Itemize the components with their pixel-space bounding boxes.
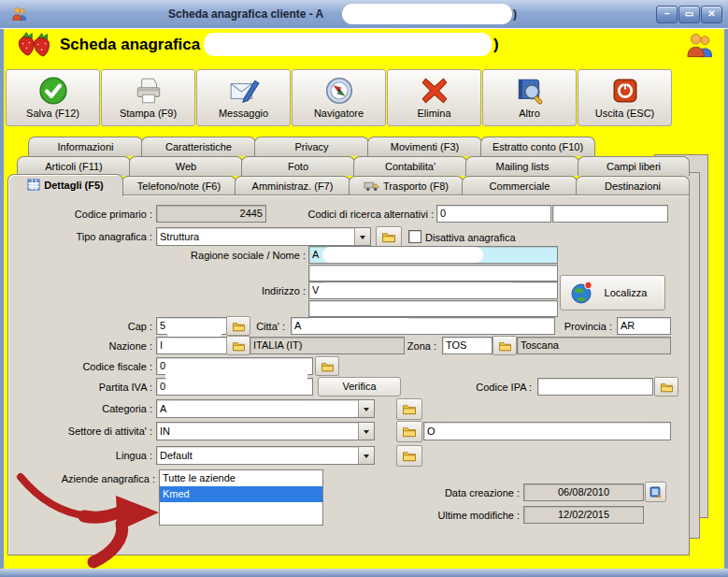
verifica-button[interactable]: Verifica: [318, 377, 401, 397]
redaction-blob: [322, 247, 483, 263]
codice-fiscale-folder-button[interactable]: [315, 356, 339, 376]
printer-icon: [133, 75, 164, 107]
tab-dettagli[interactable]: Dettagli (F5): [7, 174, 123, 196]
data-creazione-calendar-button[interactable]: [645, 482, 666, 502]
close-button[interactable]: ✕: [701, 6, 722, 23]
save-check-icon: [37, 75, 69, 107]
codice-ipa-folder-button[interactable]: [654, 377, 678, 397]
zona-field[interactable]: TOS: [442, 337, 492, 354]
codice-primario-label: Codice primario :: [7, 209, 152, 220]
tipo-anagrafica-folder-button[interactable]: [376, 226, 402, 248]
chevron-down-icon[interactable]: [358, 400, 374, 417]
codice-ipa-label: Codice IPA :: [470, 382, 532, 393]
tab-trasporto[interactable]: Trasporto (F8): [349, 176, 464, 195]
tab-estratto-conto[interactable]: Estratto conto (F10): [480, 137, 595, 156]
strawberry-logo-icon: [15, 31, 54, 62]
nazione-folder-button[interactable]: [226, 336, 250, 355]
redaction-blob: [320, 282, 518, 297]
chevron-down-icon[interactable]: [358, 447, 374, 464]
chevron-down-icon[interactable]: [354, 228, 370, 245]
folder-icon: [402, 426, 417, 438]
tab-caratteristiche[interactable]: Caratteristiche: [141, 137, 256, 156]
page-title-suffix: ): [493, 36, 499, 54]
calendar-window-icon: [649, 486, 662, 498]
delete-button[interactable]: Elimina: [387, 69, 481, 126]
citta-label: Citta' :: [236, 321, 285, 332]
indirizzo-label: Indirizzo :: [7, 285, 306, 296]
tab-amministraz[interactable]: Amministraz. (F7): [235, 176, 350, 195]
ragione-sociale-2-field[interactable]: [308, 265, 558, 281]
localizza-button[interactable]: Localizza: [560, 275, 665, 310]
provincia-label: Provincia :: [551, 321, 612, 332]
list-item[interactable]: Tutte le aziende: [160, 470, 322, 486]
settore-folder-button[interactable]: [396, 421, 422, 442]
globe-icon: [570, 281, 594, 318]
tab-foto[interactable]: Foto: [241, 156, 355, 176]
provincia-field[interactable]: AR: [617, 317, 671, 335]
aziende-listbox[interactable]: Tutte le aziende Kmed: [159, 469, 323, 526]
redaction-blob: [342, 4, 512, 24]
redaction-blob: [165, 319, 223, 339]
navigator-button[interactable]: Navigatore: [292, 69, 386, 126]
folder-icon: [402, 450, 417, 462]
lingua-dropdown[interactable]: Default: [156, 446, 375, 465]
book-magnifier-icon: [514, 75, 546, 107]
print-button[interactable]: Stampa (F9): [101, 69, 195, 126]
exit-button[interactable]: Uscita (ESC): [578, 69, 672, 126]
chevron-down-icon[interactable]: [358, 423, 374, 440]
tab-privacy[interactable]: Privacy: [254, 137, 369, 156]
tab-contabilita[interactable]: Contabilita': [353, 156, 467, 176]
users-icon[interactable]: [685, 32, 714, 62]
cap-label: Cap :: [7, 321, 152, 332]
tab-movimenti[interactable]: Movimenti (F3): [367, 137, 482, 156]
window-title-suffix: ): [513, 7, 517, 21]
red-x-icon: [419, 75, 450, 107]
categoria-folder-button[interactable]: [396, 398, 422, 420]
tab-informazioni[interactable]: Informazioni: [28, 137, 143, 156]
codice-fiscale-label: Codice fiscale :: [7, 361, 152, 372]
minimize-button[interactable]: –: [656, 6, 678, 23]
redaction-blob: [183, 424, 335, 438]
compass-icon: [323, 75, 355, 107]
folder-icon: [660, 382, 674, 393]
truck-icon: [364, 179, 379, 195]
tab-campi-liberi[interactable]: Campi liberi: [578, 156, 690, 176]
tab-articoli[interactable]: Articoli (F11): [17, 156, 131, 176]
zona-display-field: Toscana: [517, 337, 671, 354]
tab-web[interactable]: Web: [129, 156, 243, 176]
other-button[interactable]: Altro: [482, 69, 577, 126]
nazione-display-field: ITALIA (IT): [250, 337, 405, 354]
ragione-sociale-label: Ragione sociale / Nome :: [7, 250, 306, 261]
tipo-anagrafica-dropdown[interactable]: Struttura: [156, 227, 371, 246]
codice-ricerca-1-field[interactable]: 0: [436, 205, 551, 223]
title-bar: Scheda anagrafica cliente - A ) – ▭ ✕: [0, 0, 728, 29]
red-arrow-annotation: [11, 466, 170, 570]
save-button[interactable]: Salva (F12): [6, 69, 100, 126]
zona-folder-button[interactable]: [492, 336, 517, 355]
message-button[interactable]: Messaggio: [196, 69, 291, 126]
lingua-folder-button[interactable]: [396, 445, 422, 467]
page-header: Scheda anagrafica cliente - A ): [4, 29, 724, 61]
codice-ricerca-2-field[interactable]: [552, 205, 668, 223]
data-creazione-label: Data creazione :: [419, 487, 520, 498]
codici-ricerca-label: Codici di ricerca alternativi :: [280, 209, 434, 220]
indirizzo-2-field[interactable]: [308, 300, 558, 317]
codice-ipa-field[interactable]: [537, 378, 653, 396]
disattiva-anagrafica-checkbox[interactable]: [408, 230, 421, 243]
tab-commerciale[interactable]: Commerciale: [462, 176, 578, 195]
categoria-label: Categoria :: [7, 403, 152, 414]
partita-iva-label: Partita IVA :: [7, 382, 152, 393]
tab-telefono-note[interactable]: Telefono/note (F6): [121, 176, 236, 195]
list-item-selected[interactable]: Kmed: [160, 486, 322, 502]
redaction-blob: [204, 33, 492, 56]
redaction-blob: [172, 401, 303, 415]
mail-pen-icon: [228, 75, 260, 107]
nazione-field[interactable]: I: [156, 337, 227, 354]
folder-icon: [321, 361, 335, 372]
nazione-label: Nazione :: [7, 340, 152, 352]
folder-icon: [402, 403, 417, 415]
tab-mailing-lists[interactable]: Mailing lists: [465, 156, 579, 176]
tab-destinazioni[interactable]: Destinazioni: [576, 176, 690, 195]
data-creazione-field: 06/08/2010: [523, 483, 644, 501]
maximize-button[interactable]: ▭: [678, 6, 700, 23]
